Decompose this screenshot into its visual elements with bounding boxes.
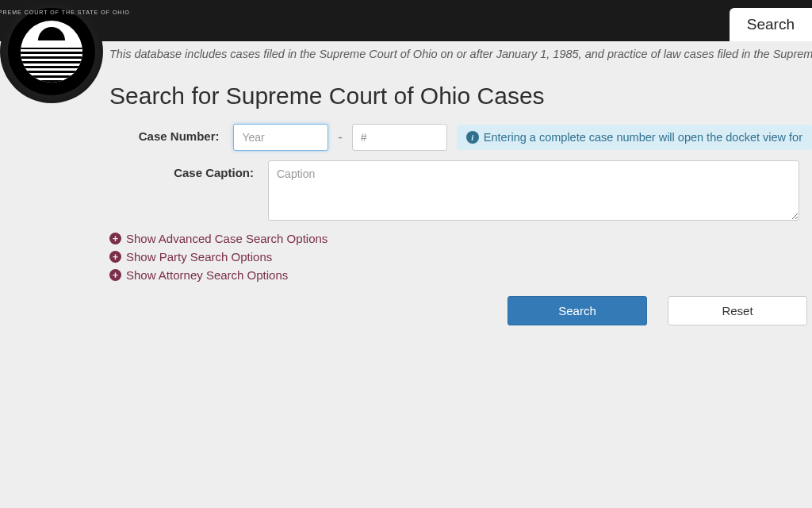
case-year-input[interactable] xyxy=(233,124,328,151)
plus-circle-icon: + xyxy=(109,233,121,244)
toggle-party-label: Show Party Search Options xyxy=(126,250,272,264)
row-case-number: Case Number: - i Entering a complete cas… xyxy=(109,124,812,151)
seal-inner: THE SUPREME COURT OF THE STATE OF OHIO xyxy=(8,8,95,95)
toggle-party-options[interactable]: + Show Party Search Options xyxy=(109,250,812,264)
database-description: This database includes cases filed in th… xyxy=(0,41,812,67)
search-button[interactable]: Search xyxy=(508,296,647,325)
info-text: Entering a complete case number will ope… xyxy=(484,131,802,144)
info-icon: i xyxy=(466,131,479,144)
tab-search[interactable]: Search xyxy=(730,8,812,41)
button-row: Search Reset xyxy=(508,296,812,325)
reset-button[interactable]: Reset xyxy=(668,296,807,325)
case-number-info: i Entering a complete case number will o… xyxy=(457,125,812,150)
state-seal: THE SUPREME COURT OF THE STATE OF OHIO xyxy=(0,0,103,103)
main-content: Search for Supreme Court of Ohio Cases C… xyxy=(0,67,812,325)
case-number-inputs: - i Entering a complete case number will… xyxy=(233,124,812,151)
page-title: Search for Supreme Court of Ohio Cases xyxy=(109,83,812,110)
case-number-label: Case Number: xyxy=(109,124,233,143)
row-case-caption: Case Caption: xyxy=(109,160,812,221)
toggle-attorney-options[interactable]: + Show Attorney Search Options xyxy=(109,268,812,282)
case-num-input[interactable] xyxy=(352,124,447,151)
toggle-advanced-options[interactable]: + Show Advanced Case Search Options xyxy=(109,232,812,245)
plus-circle-icon: + xyxy=(109,269,121,281)
case-caption-label: Case Caption: xyxy=(109,160,268,179)
toggle-advanced-label: Show Advanced Case Search Options xyxy=(126,232,327,245)
seal-ring-text: THE SUPREME COURT OF THE STATE OF OHIO xyxy=(8,8,95,95)
toggle-attorney-label: Show Attorney Search Options xyxy=(126,268,288,282)
plus-circle-icon: + xyxy=(109,251,121,263)
top-navbar: THE SUPREME COURT OF THE STATE OF OHIO S… xyxy=(0,0,812,41)
case-number-dash: - xyxy=(328,130,351,144)
case-caption-input[interactable] xyxy=(268,160,799,221)
search-option-toggles: + Show Advanced Case Search Options + Sh… xyxy=(109,232,812,282)
